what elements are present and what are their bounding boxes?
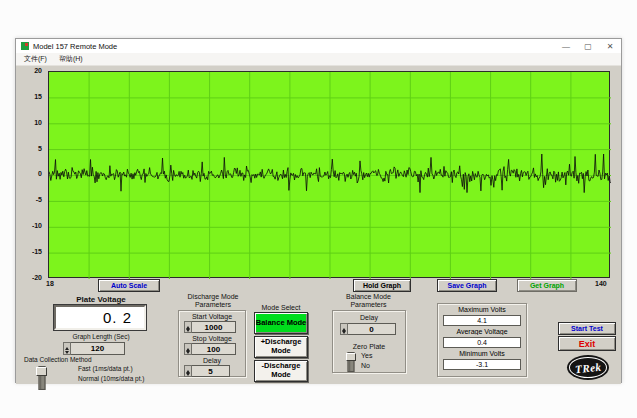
stop-voltage-input[interactable]: 100	[192, 343, 236, 355]
graph-length-input[interactable]: 120	[71, 342, 125, 355]
app-window: Model 157 Remote Mode — ▢ ✕ 文件(F) 帮助(H) …	[15, 38, 622, 383]
hold-graph-button[interactable]: Hold Graph	[353, 279, 411, 292]
graph-length-stepper[interactable]	[63, 342, 71, 355]
y-tick-label: -5	[16, 196, 42, 203]
title-bar: Model 157 Remote Mode — ▢ ✕	[16, 39, 621, 53]
zero-plate-no-label: No	[361, 362, 370, 369]
maximum-volts-value: 4.1	[443, 315, 521, 326]
positive-discharge-mode-button[interactable]: +Discharge Mode	[254, 336, 308, 358]
mode-select-label: Mode Select	[254, 304, 308, 311]
option-fast-label: Fast (1ms/data pt.)	[78, 365, 133, 372]
balance-group-subtitle: Parameters	[326, 301, 411, 308]
x-tick-label-max: 140	[595, 280, 607, 287]
waveform-svg	[49, 72, 611, 279]
discharge-group-subtitle: Parameters	[168, 301, 258, 308]
x-tick-label-min: 18	[46, 280, 54, 287]
zero-plate-switch[interactable]	[346, 352, 356, 372]
start-voltage-stepper[interactable]	[184, 321, 192, 333]
maximum-volts-label: Maximum Volts	[441, 306, 523, 313]
y-tick-label: 15	[16, 93, 42, 100]
discharge-delay-stepper[interactable]	[184, 365, 192, 377]
discharge-delay-label: Delay	[180, 357, 244, 364]
minimum-volts-label: Minimum Volts	[441, 350, 523, 357]
close-button[interactable]: ✕	[599, 39, 621, 53]
zero-plate-yes-label: Yes	[361, 352, 372, 359]
minimum-volts-value: -3.1	[443, 359, 521, 370]
graph-length-label: Graph Length (Sec)	[41, 333, 161, 340]
average-voltage-value: 0.4	[443, 337, 521, 348]
discharge-group-title: Discharge Mode	[168, 293, 258, 300]
waveform-chart	[48, 71, 610, 278]
minimize-button[interactable]: —	[555, 39, 577, 53]
window-title: Model 157 Remote Mode	[33, 42, 117, 51]
y-tick-label: 5	[16, 145, 42, 152]
balance-delay-input[interactable]: 0	[348, 323, 396, 335]
stop-voltage-stepper[interactable]	[184, 343, 192, 355]
plate-voltage-label: Plate Voltage	[46, 295, 156, 304]
balance-mode-button[interactable]: Balance Mode	[254, 312, 308, 334]
start-test-button[interactable]: Start Test	[558, 322, 616, 335]
stop-voltage-label: Stop Voltage	[180, 335, 244, 342]
plate-voltage-display: 0. 2	[54, 305, 146, 330]
y-tick-label: -10	[16, 222, 42, 229]
negative-discharge-mode-button[interactable]: -Discharge Mode	[254, 360, 308, 382]
trek-logo-text: TRek	[574, 360, 602, 375]
get-graph-button[interactable]: Get Graph	[517, 279, 577, 292]
balance-delay-label: Delay	[332, 314, 406, 321]
slider-thumb[interactable]	[36, 367, 47, 376]
menu-help[interactable]: 帮助(H)	[59, 54, 83, 64]
window-controls: — ▢ ✕	[555, 39, 621, 53]
y-tick-label: 20	[16, 67, 42, 74]
y-tick-label: 10	[16, 119, 42, 126]
option-normal-label: Normal (10ms/data pt.)	[78, 375, 144, 382]
start-voltage-label: Start Voltage	[180, 313, 244, 320]
save-graph-button[interactable]: Save Graph	[437, 279, 497, 292]
data-collection-switch[interactable]	[36, 366, 47, 390]
data-collection-label: Data Collection Method	[24, 356, 92, 363]
auto-scale-button[interactable]: Auto Scale	[98, 279, 160, 292]
app-icon	[21, 42, 29, 50]
y-tick-label: -15	[16, 248, 42, 255]
slider-thumb[interactable]	[346, 353, 356, 361]
zero-plate-label: Zero Plate	[332, 343, 406, 350]
menu-bar: 文件(F) 帮助(H)	[16, 53, 621, 66]
trek-logo: TRek	[567, 355, 609, 380]
start-voltage-input[interactable]: 1000	[192, 321, 236, 333]
average-voltage-label: Average Voltage	[441, 328, 523, 335]
balance-group-title: Balance Mode	[326, 293, 411, 300]
menu-file[interactable]: 文件(F)	[24, 54, 47, 64]
balance-delay-stepper[interactable]	[340, 323, 348, 335]
y-axis: 20 15 10 5 0 -5 -10 -15 -20	[16, 71, 45, 278]
y-tick-label: 0	[16, 170, 42, 177]
y-tick-label: -20	[16, 274, 42, 281]
exit-button[interactable]: Exit	[558, 336, 616, 351]
maximize-button[interactable]: ▢	[577, 39, 599, 53]
discharge-delay-input[interactable]: 5	[192, 365, 230, 377]
